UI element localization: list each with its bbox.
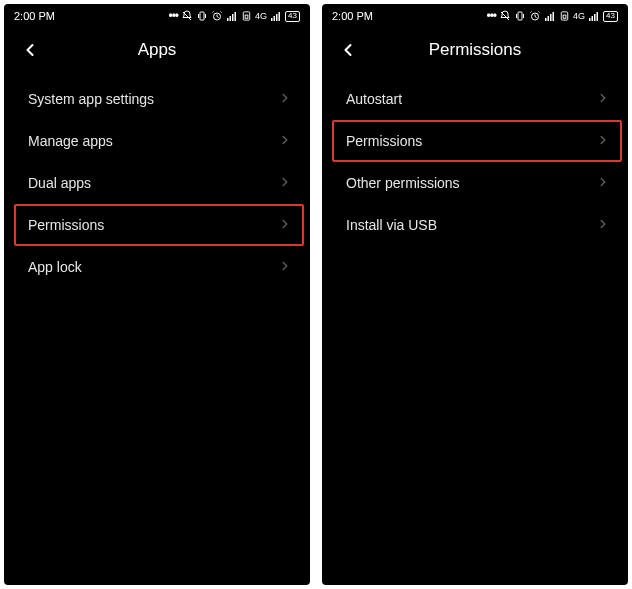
app-header: Apps	[4, 28, 310, 72]
network-label: 4G	[255, 11, 267, 21]
battery-icon: 43	[285, 11, 300, 22]
list-item-autostart[interactable]: Autostart	[332, 78, 622, 120]
svg-rect-21	[548, 16, 550, 21]
svg-rect-5	[227, 18, 229, 21]
svg-rect-22	[550, 14, 552, 21]
back-button[interactable]	[336, 38, 360, 62]
status-bar: 2:00 PM ••• 4G 43	[4, 4, 310, 28]
signal-icon-2	[588, 10, 600, 22]
list-item-label: Other permissions	[346, 175, 460, 191]
page-title: Permissions	[429, 40, 522, 60]
chevron-right-icon	[278, 217, 292, 234]
svg-rect-6	[230, 16, 232, 21]
chevron-right-icon	[278, 91, 292, 108]
svg-rect-20	[545, 18, 547, 21]
svg-rect-1	[200, 12, 204, 20]
svg-rect-26	[589, 18, 591, 21]
svg-rect-8	[235, 12, 237, 21]
signal-icon	[226, 10, 238, 22]
list-item-manage-apps[interactable]: Manage apps	[14, 120, 304, 162]
status-time: 2:00 PM	[332, 10, 373, 22]
svg-rect-11	[271, 18, 273, 21]
list-item-label: Autostart	[346, 91, 402, 107]
status-time: 2:00 PM	[14, 10, 55, 22]
alarm-icon	[529, 10, 541, 22]
chevron-right-icon	[596, 175, 610, 192]
signal-icon-2	[270, 10, 282, 22]
phone-screen-apps: 2:00 PM ••• 4G 43 Apps System app settin…	[4, 4, 310, 585]
list-item-label: Permissions	[346, 133, 422, 149]
alarm-icon	[211, 10, 223, 22]
list-item-dual-apps[interactable]: Dual apps	[14, 162, 304, 204]
svg-rect-29	[597, 12, 599, 21]
svg-rect-10	[245, 15, 248, 18]
network-label: 4G	[573, 11, 585, 21]
list-item-system-app-settings[interactable]: System app settings	[14, 78, 304, 120]
svg-rect-13	[276, 14, 278, 21]
svg-rect-27	[592, 16, 594, 21]
chevron-right-icon	[596, 133, 610, 150]
settings-list: System app settings Manage apps Dual app…	[4, 72, 310, 585]
chevron-left-icon	[338, 40, 358, 60]
list-item-permissions[interactable]: Permissions	[14, 204, 304, 246]
mute-icon	[181, 10, 193, 22]
list-item-label: Manage apps	[28, 133, 113, 149]
vibrate-icon	[196, 10, 208, 22]
sim-icon	[241, 10, 252, 22]
mute-icon	[499, 10, 511, 22]
list-item-label: App lock	[28, 259, 82, 275]
list-item-install-via-usb[interactable]: Install via USB	[332, 204, 622, 246]
chevron-left-icon	[20, 40, 40, 60]
chevron-right-icon	[278, 259, 292, 276]
back-button[interactable]	[18, 38, 42, 62]
chevron-right-icon	[596, 217, 610, 234]
list-item-label: Dual apps	[28, 175, 91, 191]
chevron-right-icon	[278, 133, 292, 150]
chevron-right-icon	[596, 91, 610, 108]
app-header: Permissions	[322, 28, 628, 72]
more-icon: •••	[486, 9, 496, 23]
more-icon: •••	[168, 9, 178, 23]
svg-rect-12	[274, 16, 276, 21]
status-icons: ••• 4G 43	[168, 9, 300, 23]
list-item-label: Install via USB	[346, 217, 437, 233]
svg-rect-9	[243, 12, 249, 20]
svg-rect-14	[279, 12, 281, 21]
battery-icon: 43	[603, 11, 618, 22]
list-item-other-permissions[interactable]: Other permissions	[332, 162, 622, 204]
list-item-label: System app settings	[28, 91, 154, 107]
phone-screen-permissions: 2:00 PM ••• 4G 43 Permissions Autostart …	[322, 4, 628, 585]
list-item-label: Permissions	[28, 217, 104, 233]
list-item-app-lock[interactable]: App lock	[14, 246, 304, 288]
svg-rect-28	[594, 14, 596, 21]
svg-rect-25	[563, 15, 566, 18]
page-title: Apps	[138, 40, 177, 60]
svg-rect-23	[553, 12, 555, 21]
vibrate-icon	[514, 10, 526, 22]
svg-rect-7	[232, 14, 234, 21]
sim-icon	[559, 10, 570, 22]
signal-icon	[544, 10, 556, 22]
status-bar: 2:00 PM ••• 4G 43	[322, 4, 628, 28]
status-icons: ••• 4G 43	[486, 9, 618, 23]
list-item-permissions[interactable]: Permissions	[332, 120, 622, 162]
chevron-right-icon	[278, 175, 292, 192]
settings-list: Autostart Permissions Other permissions …	[322, 72, 628, 585]
svg-rect-16	[518, 12, 522, 20]
svg-rect-24	[561, 12, 567, 20]
